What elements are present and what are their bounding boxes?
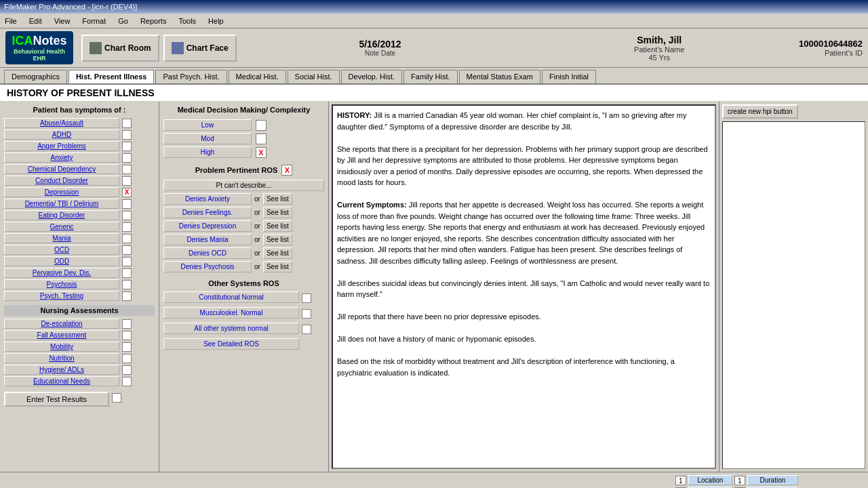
menu-tools[interactable]: Tools [176, 16, 198, 26]
ros-anxiety-see-list-btn[interactable]: See list [263, 193, 292, 205]
chart-face-button[interactable]: Chart Face [163, 35, 237, 62]
menu-file[interactable]: File [3, 16, 19, 26]
checkbox-musculoskel[interactable] [302, 309, 311, 319]
ros-psychosis-see-list-btn[interactable]: See list [263, 261, 292, 272]
checkbox-conduct[interactable] [122, 176, 132, 186]
checkbox-generic[interactable] [122, 222, 132, 232]
complexity-mod-check[interactable] [256, 134, 267, 144]
menu-format[interactable]: Format [80, 16, 108, 26]
other-ros-musculoskel-btn[interactable]: Musculoskel. Normal [163, 307, 299, 319]
create-hpi-button[interactable]: create new hpi button [722, 104, 798, 119]
nursing-btn-hygiene[interactable]: Hygiene/ ADLs [4, 365, 119, 375]
checkbox-all-normal[interactable] [302, 325, 311, 334]
checkbox-dementia[interactable] [122, 199, 132, 209]
metric-btn-duration[interactable]: Duration [747, 475, 798, 485]
symptom-btn-depression[interactable]: Depression [4, 187, 119, 197]
checkbox-anger[interactable] [122, 142, 132, 151]
checkbox-fall[interactable] [122, 331, 132, 340]
symptom-btn-psych-testing[interactable]: Psych. Testing [4, 291, 119, 301]
history-text[interactable]: HISTORY: Jill is a married Canadian 45 y… [332, 104, 716, 469]
nursing-btn-educational[interactable]: Educational Needs [4, 376, 119, 386]
ros-denies-psychosis-btn[interactable]: Denies Psychosis [163, 261, 252, 272]
symptom-btn-psychosis[interactable]: Psychosis [4, 279, 119, 289]
symptom-btn-mania[interactable]: Mania [4, 233, 119, 243]
symptom-btn-dementia[interactable]: Dementia/ TBI / Delirium [4, 199, 119, 209]
notes-area[interactable] [722, 121, 865, 469]
checkbox-psychosis[interactable] [122, 280, 132, 289]
menu-reports[interactable]: Reports [138, 16, 169, 26]
symptom-btn-anxiety[interactable]: Anxiety [4, 152, 119, 163]
tab-develop-hist[interactable]: Develop. Hist. [341, 70, 402, 83]
checkbox-hygiene[interactable] [122, 365, 132, 375]
pt-cant-describe-btn[interactable]: Pt can't describe... [163, 180, 324, 191]
ros-denies-anxiety-btn[interactable]: Denies Anxiety [163, 193, 252, 205]
metric-btn-location[interactable]: Location [688, 475, 732, 485]
other-ros-detailed-btn[interactable]: See Detailed ROS [163, 338, 299, 350]
checkbox-adhd[interactable] [122, 130, 132, 140]
tab-hist-present-illness[interactable]: Hist. Present Illness [68, 70, 155, 83]
tab-finish-initial[interactable]: Finish Initial [542, 70, 596, 83]
tab-past-psych[interactable]: Past Psych. Hist. [155, 70, 226, 83]
symptom-btn-ocd[interactable]: OCD [4, 245, 119, 255]
checkbox-nutrition[interactable] [122, 354, 132, 363]
symptom-btn-abuse[interactable]: Abuse/Assault [4, 118, 119, 128]
symptom-btn-generic[interactable]: Generic [4, 222, 119, 232]
checkbox-eating[interactable] [122, 211, 132, 220]
checkbox-anxiety[interactable] [122, 153, 132, 163]
tab-social-hist[interactable]: Social Hist. [288, 70, 340, 83]
ros-title-x[interactable]: X [281, 165, 292, 176]
checkbox-deescalation[interactable] [122, 319, 132, 329]
ros-denies-mania-btn[interactable]: Denies Mania [163, 234, 252, 245]
enter-test-results-button[interactable]: Enter Test Results [4, 392, 109, 407]
ros-mania-see-list-btn[interactable]: See list [263, 234, 292, 245]
ros-depression-see-list-btn[interactable]: See list [263, 220, 292, 232]
checkbox-test-results[interactable] [112, 393, 121, 403]
other-ros-all-normal-btn[interactable]: All other systems normal [163, 323, 299, 334]
menu-go[interactable]: Go [116, 16, 130, 26]
symptom-btn-pervasive[interactable]: Pervasive Dev. Dis. [4, 268, 119, 278]
nursing-btn-nutrition[interactable]: Nutrition [4, 353, 119, 363]
nursing-btn-deescalation[interactable]: De-escalation [4, 319, 119, 329]
metric-val-location[interactable]: 1 [675, 476, 686, 485]
menu-help[interactable]: Help [206, 16, 226, 26]
symptom-btn-eating[interactable]: Eating Disorder [4, 210, 119, 220]
tab-family-hist[interactable]: Family Hist. [403, 70, 457, 83]
checkbox-ocd[interactable] [122, 245, 132, 255]
tab-mental-status[interactable]: Mental Status Exam [459, 70, 540, 83]
other-ros-constitutional-btn[interactable]: Constitutional Normal [163, 291, 299, 303]
ros-feelings-see-list-btn[interactable]: See list [263, 207, 292, 218]
checkbox-depression[interactable]: X [122, 188, 132, 197]
checkbox-pervasive[interactable] [122, 268, 132, 278]
ros-denies-feelings-btn[interactable]: Denies Feelings. [163, 207, 252, 218]
chart-room-button[interactable]: Chart Room [81, 35, 159, 62]
complexity-mod-btn[interactable]: Mod [163, 133, 252, 144]
tab-medical-hist[interactable]: Medical Hist. [229, 70, 286, 83]
checkbox-mania[interactable] [122, 234, 132, 243]
symptom-btn-chemical[interactable]: Chemical Dependency [4, 164, 119, 174]
complexity-high-check[interactable]: X [256, 147, 267, 158]
nursing-btn-fall[interactable]: Fall Assessment [4, 330, 119, 340]
complexity-low-btn[interactable]: Low [163, 119, 252, 131]
metrics-bar: Spell Check 1 Location 1 Duration 1 Seve… [0, 472, 868, 488]
ros-ocd-see-list-btn[interactable]: See list [263, 247, 292, 259]
tab-demographics[interactable]: Demographics [4, 70, 67, 83]
symptom-btn-conduct[interactable]: Conduct Disorder [4, 176, 119, 186]
metric-val-duration[interactable]: 1 [734, 476, 745, 485]
checkbox-abuse[interactable] [122, 119, 132, 128]
nursing-btn-mobility[interactable]: Mobility [4, 342, 119, 352]
menu-view[interactable]: View [52, 16, 73, 26]
checkbox-chemical[interactable] [122, 165, 132, 174]
checkbox-educational[interactable] [122, 377, 132, 386]
symptom-btn-odd[interactable]: ODD [4, 256, 119, 266]
symptom-btn-anger[interactable]: Anger Problems [4, 141, 119, 151]
menu-edit[interactable]: Edit [27, 16, 44, 26]
complexity-high-btn[interactable]: High [163, 146, 252, 158]
ros-denies-depression-btn[interactable]: Denies Depression [163, 220, 252, 232]
checkbox-odd[interactable] [122, 257, 132, 266]
complexity-low-check[interactable] [256, 120, 267, 131]
symptom-btn-adhd[interactable]: ADHD [4, 129, 119, 140]
checkbox-psych-testing[interactable] [122, 291, 132, 301]
ros-denies-ocd-btn[interactable]: Denies OCD [163, 247, 252, 259]
checkbox-constitutional[interactable] [302, 293, 311, 303]
checkbox-mobility[interactable] [122, 342, 132, 352]
